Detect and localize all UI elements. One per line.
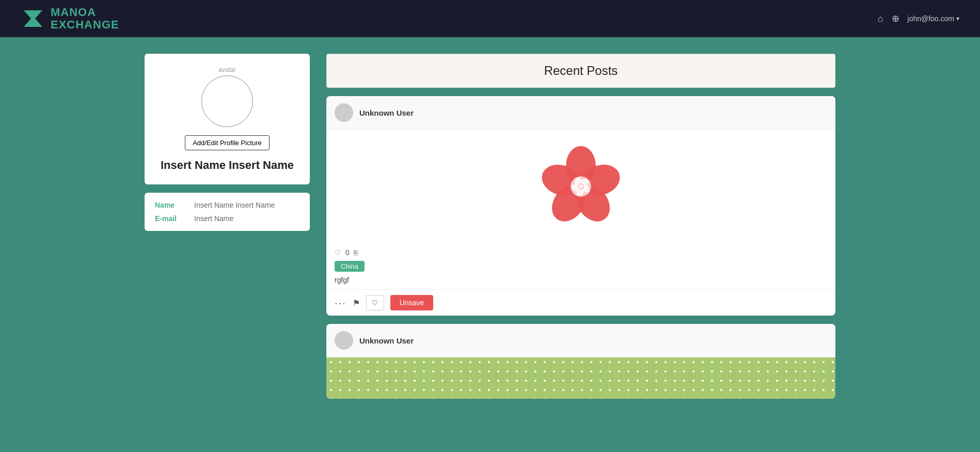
post-avatar-2 xyxy=(335,331,353,350)
heart-icon: ♡ xyxy=(335,248,341,257)
email-label: E-mail xyxy=(155,214,186,223)
right-panel: Recent Posts Unknown User xyxy=(326,54,835,399)
info-row-email: E-mail Insert Name xyxy=(155,214,299,223)
post-username-1: Unknown User xyxy=(359,108,414,117)
unsave-button-1[interactable]: Unsave xyxy=(390,295,433,310)
more-options-button-1[interactable]: ··· xyxy=(335,297,346,309)
post-header-2: Unknown User xyxy=(326,324,835,357)
profile-name: Insert Name Insert Name xyxy=(161,159,294,172)
name-value: Insert Name Insert Name xyxy=(194,201,275,209)
flag-button-1[interactable]: ⚑ xyxy=(353,298,360,308)
post-header-1: Unknown User xyxy=(326,96,835,130)
email-value: Insert Name xyxy=(194,214,233,223)
svg-point-8 xyxy=(580,179,589,185)
post-card-2: Unknown User xyxy=(326,324,835,399)
post-tag-1[interactable]: China xyxy=(335,261,365,272)
edit-picture-button[interactable]: Add/Edit Profile Picture xyxy=(185,135,270,150)
sigma-logo-icon xyxy=(21,6,45,31)
post-actions-1: ··· ⚑ ♡ Unsave xyxy=(326,289,835,316)
post-meta-1: ♡ 0 ⎘ China rgfgf xyxy=(326,243,835,289)
navbar-right: ⌂ ⊕ john@foo.com xyxy=(878,13,959,24)
info-card: Name Insert Name Insert Name E-mail Inse… xyxy=(145,193,310,231)
post-description-1: rgfgf xyxy=(335,276,827,284)
user-menu[interactable]: john@foo.com xyxy=(908,14,959,23)
brand-name: MANOA EXCHANGE xyxy=(51,6,119,31)
name-label: Name xyxy=(155,201,186,209)
post-username-2: Unknown User xyxy=(359,336,414,345)
avatar-circle xyxy=(201,75,253,127)
share-icon: ⎘ xyxy=(354,248,358,257)
brand-logo-link[interactable]: MANOA EXCHANGE xyxy=(21,6,119,31)
post-avatar-1 xyxy=(335,103,353,122)
reaction-count-1: 0 xyxy=(345,248,350,257)
avatar-label: avatar xyxy=(218,66,235,73)
home-icon[interactable]: ⌂ xyxy=(878,13,883,24)
recent-posts-header: Recent Posts xyxy=(326,54,835,88)
info-row-name: Name Insert Name Insert Name xyxy=(155,201,299,209)
profile-card: avatar Add/Edit Profile Picture Insert N… xyxy=(145,54,310,184)
post-card-1: Unknown User xyxy=(326,96,835,316)
main-content: avatar Add/Edit Profile Picture Insert N… xyxy=(0,37,980,415)
save-heart-button-1[interactable]: ♡ xyxy=(366,295,384,310)
avatar-container: avatar xyxy=(201,66,253,127)
post-reactions-1: ♡ 0 ⎘ xyxy=(335,248,827,257)
navbar: MANOA EXCHANGE ⌂ ⊕ john@foo.com xyxy=(0,0,980,37)
post-image-2-dotted xyxy=(326,357,835,399)
left-panel: avatar Add/Edit Profile Picture Insert N… xyxy=(145,54,310,231)
svg-marker-0 xyxy=(24,10,42,27)
flower-image-icon xyxy=(534,140,627,233)
add-icon[interactable]: ⊕ xyxy=(892,13,899,24)
post-image-1 xyxy=(326,130,835,243)
